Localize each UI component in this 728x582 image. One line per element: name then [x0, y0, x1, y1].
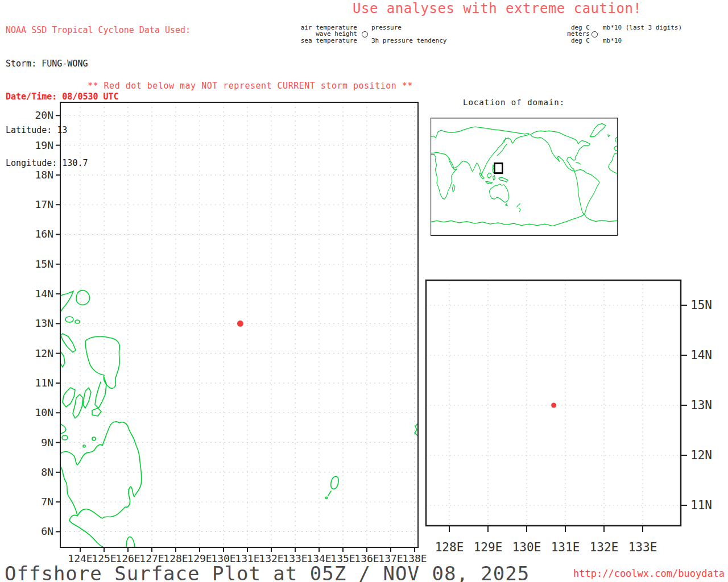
lat-tick-label: 10N — [35, 406, 53, 418]
site-url-link[interactable]: http://coolwx.com/buoydata — [573, 568, 725, 579]
storm-position-dot — [551, 403, 556, 408]
lat-tick-label: 11N — [690, 498, 712, 512]
zoom-map-axes: 128E129E130E131E132E133E15N14N13N12N11N — [435, 298, 712, 554]
plot-title: Offshore Surface Plot at 05Z / NOV 08, 2… — [5, 562, 530, 582]
lat-tick-label: 8N — [41, 466, 53, 478]
lon-tick-label: 128E — [435, 541, 464, 554]
legend-unit-mb10-digits-label: mb*10 (last 3 digits) — [603, 24, 682, 31]
lat-tick-label: 17N — [35, 198, 53, 210]
lat-tick-label: 19N — [35, 139, 53, 151]
legend-unit-mb10-label: mb*10 — [603, 38, 622, 44]
lat-tick-label: 18N — [35, 169, 53, 181]
caution-headline: Use analyses with extreme caution! — [353, 1, 642, 16]
philippines-coastlines — [60, 290, 418, 547]
lat-tick-label: 20N — [35, 109, 53, 121]
lat-tick-label: 15N — [690, 298, 712, 312]
lat-tick-label: 16N — [35, 228, 53, 240]
lat-tick-label: 14N — [35, 288, 53, 300]
main-map: 124E125E126E127E128E129E130E131E132E133E… — [23, 95, 432, 567]
world-coastlines — [431, 123, 618, 226]
legend-sea-temperature-label: sea temperature — [278, 38, 357, 44]
lat-tick-label: 9N — [41, 436, 53, 448]
lon-tick-label: 130E — [512, 541, 541, 554]
noaa-source-line: NOAA SSD Tropical Cyclone Data Used: — [6, 25, 191, 36]
lat-tick-label: 6N — [41, 525, 53, 537]
units-model-circle-icon — [592, 31, 598, 38]
storm-position-dot — [237, 321, 243, 327]
inset-title: Location of domain: — [463, 98, 565, 107]
lon-tick-label: 131E — [551, 541, 580, 554]
zoom-map: 128E129E130E131E132E133E15N14N13N12N11N — [421, 273, 728, 564]
legend-unit-degc-bottom-label: deg C — [510, 38, 590, 44]
lat-tick-label: 12N — [35, 347, 53, 359]
lat-tick-label: 15N — [35, 258, 53, 270]
offshore-surface-plot-screen: NOAA SSD Tropical Cyclone Data Used: Sto… — [0, 0, 728, 582]
lon-tick-label: 133E — [628, 541, 657, 554]
lat-tick-label: 13N — [690, 398, 712, 412]
storm-position-warning: ** Red dot below may NOT represent CURRE… — [88, 81, 413, 91]
lat-tick-label: 11N — [35, 377, 53, 389]
lon-tick-label: 129E — [474, 541, 503, 554]
legend-pressure-tendency-label: 3h pressure tendency — [371, 38, 446, 44]
station-model-circle-icon — [362, 31, 368, 38]
legend-pressure-label: pressure — [371, 24, 402, 31]
lon-tick-label: 132E — [590, 541, 619, 554]
lat-tick-label: 14N — [690, 348, 712, 362]
lat-tick-label: 7N — [41, 496, 53, 508]
domain-box — [495, 163, 503, 173]
lat-tick-label: 12N — [690, 448, 712, 462]
world-map-inset — [431, 118, 618, 236]
lat-tick-label: 13N — [35, 317, 53, 329]
storm-name-line: Storm: FUNG-WONG — [6, 59, 191, 70]
